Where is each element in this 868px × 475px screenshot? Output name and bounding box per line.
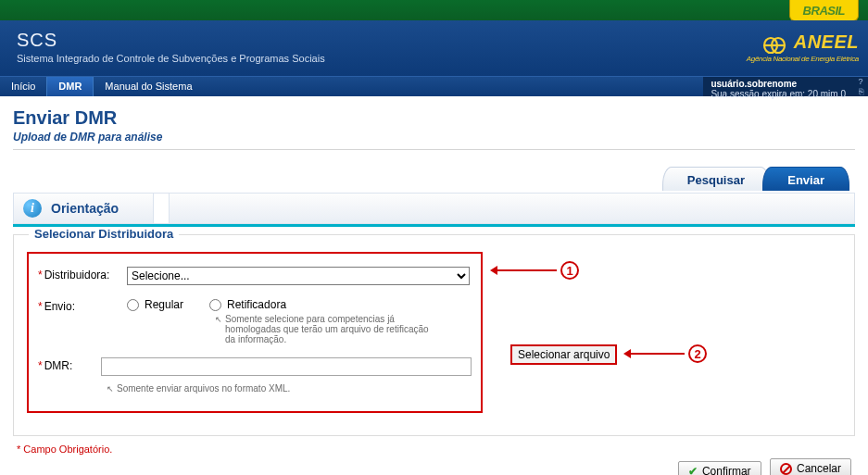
envio-retificadora-radio[interactable] <box>209 299 221 311</box>
distribuidora-select[interactable]: Selecione... <box>127 267 470 285</box>
session-user: usuário.sobrenome <box>711 79 846 89</box>
cancel-label: Cancelar <box>797 462 841 475</box>
form-fieldset: Selecionar Distribuidora *Distribuidora:… <box>13 234 855 436</box>
fieldset-legend: Selecionar Distribuidora <box>29 227 179 241</box>
gov-topbar: BRASIL <box>0 0 868 20</box>
divider <box>13 149 855 150</box>
logout-icon[interactable]: ⎘ <box>855 87 866 97</box>
callout-1: 1 <box>490 261 579 280</box>
tabs: Pesquisar Enviar <box>13 165 855 193</box>
aneel-logo-text: ANEEL <box>794 31 859 52</box>
forbidden-icon <box>780 463 792 475</box>
session-info: usuário.sobrenome Sua sessão expira em: … <box>703 77 853 96</box>
page-subtitle: Upload de DMR para análise <box>13 131 855 144</box>
tab-enviar[interactable]: Enviar <box>762 167 849 191</box>
main-nav: Início DMR Manual do Sistema usuário.sob… <box>0 76 868 96</box>
envio-regular-label: Regular <box>145 298 183 311</box>
header-icons: ? ⎘ <box>853 77 868 96</box>
session-expires: Sua sessão expira em: 20 mim 0 <box>711 89 846 99</box>
envio-regular-option[interactable]: Regular <box>127 298 183 311</box>
arrow-left-icon <box>623 349 631 358</box>
arrow-left-icon <box>490 266 497 275</box>
confirm-label: Confirmar <box>702 465 751 476</box>
callout-2-number: 2 <box>688 344 707 363</box>
envio-retificadora-label: Retificadora <box>227 298 286 311</box>
check-icon: ✔ <box>688 465 698 476</box>
confirm-button[interactable]: ✔ Confirmar <box>678 461 761 476</box>
envio-regular-radio[interactable] <box>127 299 139 311</box>
callout-1-number: 1 <box>560 261 579 280</box>
tab-pesquisar[interactable]: Pesquisar <box>662 167 770 191</box>
aneel-symbol-icon <box>762 36 786 55</box>
orientacao-panel: i Orientação <box>13 193 855 227</box>
retificadora-hint: ↖ Somente selecione para competencias já… <box>209 314 441 344</box>
help-icon[interactable]: ? <box>855 77 866 87</box>
app-header: SCS Sistema Integrado de Controle de Sub… <box>0 20 868 76</box>
dmr-label: *DMR: <box>38 357 101 372</box>
info-icon: i <box>23 199 42 218</box>
cancel-button[interactable]: Cancelar <box>770 458 851 475</box>
app-title: SCS <box>17 30 851 51</box>
envio-retificadora-option[interactable]: Retificadora <box>209 298 441 311</box>
orientacao-label[interactable]: Orientação <box>51 201 119 216</box>
panel-notch <box>153 194 170 223</box>
envio-label: *Envio: <box>38 298 127 313</box>
aneel-logo-sub: Agência Nacional de Energia Elétrica <box>747 55 859 63</box>
required-note: * Campo Obrigatório. <box>17 444 868 455</box>
callout-2: 2 <box>623 344 707 363</box>
aneel-logo: ANEEL Agência Nacional de Energia Elétri… <box>747 31 859 63</box>
brasil-badge[interactable]: BRASIL <box>789 0 859 21</box>
nav-manual[interactable]: Manual do Sistema <box>94 77 203 96</box>
hint-arrow-icon: ↖ <box>107 383 114 394</box>
page-title: Enviar DMR <box>13 107 855 129</box>
selecionar-arquivo-button[interactable]: Selecionar arquivo <box>510 344 617 365</box>
app-subtitle: Sistema Integrado de Controle de Subvenç… <box>17 53 851 64</box>
highlighted-area: *Distribuidora: Selecione... *Envio: Reg… <box>27 252 483 413</box>
dmr-hint: ↖ Somente enviar arquivos no formato XML… <box>101 383 333 394</box>
dmr-file-input[interactable] <box>101 357 472 376</box>
nav-dmr[interactable]: DMR <box>46 77 94 96</box>
distribuidora-label: *Distribuidora: <box>38 267 127 281</box>
hint-arrow-icon: ↖ <box>215 314 222 344</box>
nav-inicio[interactable]: Início <box>0 77 46 96</box>
action-bar: ✔ Confirmar Cancelar <box>0 455 868 475</box>
